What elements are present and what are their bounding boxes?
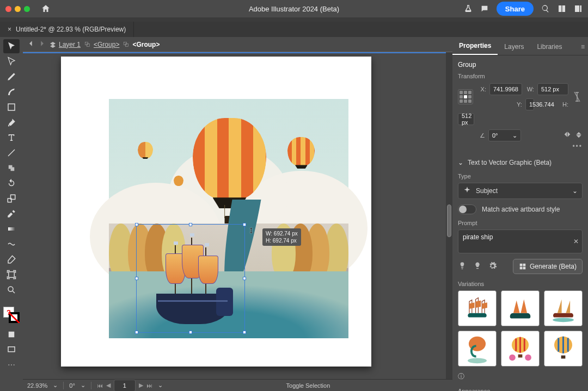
- style-picker-icon[interactable]: [458, 262, 467, 272]
- svg-rect-16: [459, 291, 496, 326]
- artboard-pager: ⏮ ◀ 1 ▶ ⏭: [97, 380, 152, 392]
- variation-thumb[interactable]: [544, 290, 583, 326]
- y-label: Y:: [489, 101, 522, 108]
- curvature-tool[interactable]: [3, 85, 20, 99]
- breadcrumb-layer-label: Layer 1: [59, 41, 81, 48]
- variation-thumb[interactable]: [544, 331, 583, 367]
- transform-more-icon[interactable]: •••: [458, 142, 583, 150]
- reference-point[interactable]: [458, 89, 473, 104]
- window-close[interactable]: [5, 6, 11, 12]
- svg-rect-3: [8, 227, 15, 231]
- variation-thumb[interactable]: [458, 290, 497, 326]
- breadcrumb-group-1[interactable]: <Group>: [84, 41, 119, 48]
- paintbrush-tool[interactable]: [3, 115, 20, 129]
- fill-stroke-swatch[interactable]: ?: [3, 307, 20, 323]
- edit-toolbar-icon[interactable]: ⋯: [3, 358, 20, 372]
- document-tab[interactable]: × Untitled-2* @ 22.93 % (RGB/Preview): [0, 22, 134, 37]
- last-page-icon[interactable]: ⏭: [146, 382, 152, 389]
- svg-rect-11: [126, 44, 128, 46]
- y-input[interactable]: 1536.744: [525, 98, 534, 110]
- search-icon[interactable]: [541, 4, 550, 13]
- artboard-nav-caret-icon[interactable]: ⌄: [158, 382, 163, 389]
- variation-thumb[interactable]: [501, 331, 540, 367]
- eyedropper-tool[interactable]: [3, 207, 20, 221]
- type-tool[interactable]: [3, 131, 20, 145]
- rotate-view[interactable]: 0°: [69, 382, 75, 389]
- screen-mode-icon[interactable]: [3, 343, 20, 357]
- type-caret-icon: ⌄: [572, 187, 578, 195]
- toolbar: ? ⋯: [0, 37, 23, 391]
- gradient-tool[interactable]: [3, 222, 20, 236]
- x-input[interactable]: 741.9968: [489, 83, 522, 95]
- tab-layers[interactable]: Layers: [498, 39, 530, 55]
- artboard-tool[interactable]: [3, 268, 20, 282]
- tab-properties[interactable]: Properties: [452, 38, 498, 55]
- line-tool[interactable]: [3, 146, 20, 160]
- rotate-tool[interactable]: [3, 176, 20, 190]
- arrange-icon[interactable]: [558, 4, 566, 13]
- svg-rect-6: [9, 332, 15, 338]
- type-select[interactable]: Subject ⌄: [458, 183, 583, 199]
- flip-vertical-icon[interactable]: [575, 131, 583, 141]
- panel-menu-icon[interactable]: ≡: [578, 39, 588, 55]
- constrain-proportions-icon[interactable]: [572, 91, 583, 103]
- transform-heading: Transform: [458, 73, 583, 79]
- page-number[interactable]: 1: [114, 380, 136, 392]
- shape-builder-tool[interactable]: [3, 161, 20, 175]
- prompt-clear-icon[interactable]: ✕: [573, 238, 579, 245]
- rectangle-tool[interactable]: [3, 100, 20, 114]
- scrollbar-vertical[interactable]: [446, 52, 452, 379]
- text-to-vector-heading[interactable]: ⌄ Text to Vector Graphic (Beta): [458, 156, 583, 170]
- selection-bounds[interactable]: [136, 224, 245, 333]
- canvas[interactable]: ⤡ W: 692.74 px H: 692.74 px: [23, 52, 452, 379]
- gear-icon[interactable]: [488, 262, 497, 272]
- first-page-icon[interactable]: ⏮: [97, 382, 103, 389]
- generate-button[interactable]: Generate (Beta): [513, 259, 583, 274]
- beaker-icon[interactable]: [464, 4, 473, 13]
- variation-thumb[interactable]: [458, 331, 497, 367]
- scrollbar-thumb[interactable]: [447, 204, 451, 237]
- next-page-icon[interactable]: ▶: [139, 382, 143, 389]
- comment-icon[interactable]: [480, 4, 489, 13]
- breadcrumb-group-2-label: <Group>: [132, 41, 160, 48]
- eraser-tool[interactable]: [3, 252, 20, 266]
- angle-input[interactable]: 0°⌄: [488, 129, 521, 141]
- match-style-label: Match active artboard style: [482, 206, 560, 213]
- status-bar: 22.93% ⌄ 0° ⌄ ⏮ ◀ 1 ▶ ⏭ ⌄ Toggle Selecti…: [23, 379, 452, 391]
- h-input[interactable]: 512 px: [458, 113, 474, 125]
- breadcrumb-layer[interactable]: Layer 1: [49, 41, 81, 48]
- info-icon[interactable]: ⓘ: [458, 372, 583, 381]
- flip-horizontal-icon[interactable]: [563, 131, 572, 141]
- window-minimize[interactable]: [15, 6, 21, 12]
- rotate-caret-icon[interactable]: ⌄: [81, 382, 85, 389]
- close-tab-icon[interactable]: ×: [8, 26, 11, 33]
- breadcrumb-back-icon[interactable]: [27, 40, 35, 49]
- zoom-level[interactable]: 22.93%: [27, 382, 47, 389]
- window-zoom[interactable]: [24, 6, 30, 12]
- selection-tool[interactable]: [3, 39, 20, 53]
- panel-toggle-icon[interactable]: [574, 4, 583, 13]
- breadcrumb-group-1-label: <Group>: [94, 41, 119, 48]
- breadcrumb-group-2[interactable]: <Group>: [122, 41, 160, 48]
- scale-tool[interactable]: [3, 191, 20, 206]
- share-button[interactable]: Share: [497, 2, 534, 16]
- prev-page-icon[interactable]: ◀: [106, 382, 111, 389]
- group-icon: [122, 41, 130, 48]
- lightbulb-icon[interactable]: [473, 262, 482, 272]
- width-tool[interactable]: [3, 237, 20, 251]
- prompt-input[interactable]: pirate ship ✕: [458, 229, 583, 253]
- group-icon: [84, 41, 91, 48]
- direct-selection-tool[interactable]: [3, 54, 20, 69]
- color-mode-icon[interactable]: [3, 327, 20, 342]
- match-style-toggle[interactable]: [458, 204, 476, 214]
- pen-tool[interactable]: [3, 70, 20, 84]
- breadcrumb-forward-icon[interactable]: [38, 40, 46, 49]
- zoom-tool[interactable]: [3, 283, 20, 297]
- tab-libraries[interactable]: Libraries: [530, 39, 568, 55]
- home-icon[interactable]: [41, 4, 51, 14]
- variation-thumb[interactable]: [501, 290, 540, 326]
- zoom-caret-icon[interactable]: ⌄: [53, 382, 58, 389]
- w-input[interactable]: 512 px: [537, 83, 568, 95]
- breadcrumb: Layer 1 <Group> <Group>: [23, 37, 452, 52]
- variations-heading: Variations: [458, 281, 583, 287]
